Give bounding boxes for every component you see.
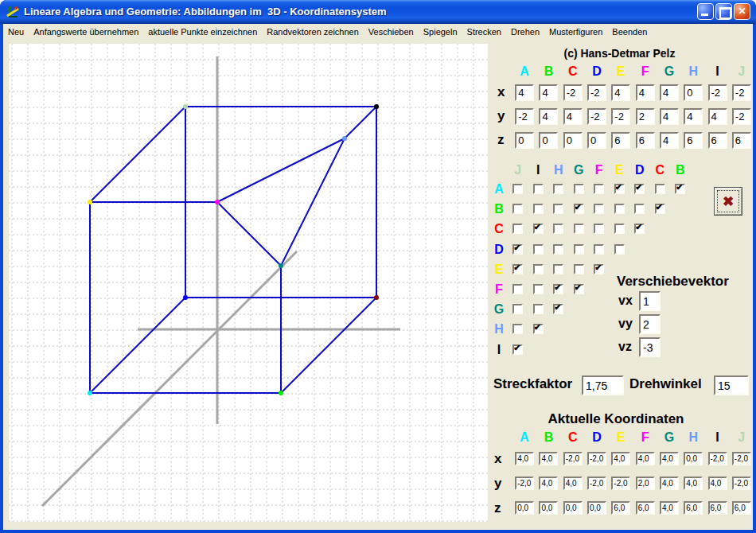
connection-checkbox-E-J[interactable]: ✔ [512, 264, 523, 274]
menu-item-4[interactable]: Veschieben [364, 27, 419, 37]
coordinate-cell-x-G[interactable] [660, 84, 679, 101]
coordinate-cell-x-F[interactable] [636, 84, 655, 101]
coordinate-cell-z-H[interactable] [684, 132, 703, 149]
coordinate-cell-y-C[interactable] [563, 108, 583, 125]
menu-item-0[interactable]: Neu [3, 27, 29, 37]
connection-checkbox-B-G[interactable]: ✔ [574, 204, 584, 214]
connection-checkbox-C-E[interactable] [614, 224, 625, 234]
connection-checkbox-E-G[interactable] [574, 264, 584, 274]
coordinate-cell-z-F[interactable] [636, 132, 655, 149]
coordinate-cell-x-A[interactable] [515, 452, 534, 465]
connection-checkbox-A-B[interactable]: ✔ [675, 184, 685, 194]
coordinate-cell-x-D[interactable] [587, 452, 606, 465]
menu-item-6[interactable]: Strecken [462, 27, 506, 37]
vy-field[interactable] [639, 314, 661, 334]
connection-checkbox-H-J[interactable] [512, 324, 523, 334]
connection-checkbox-E-F[interactable]: ✔ [594, 264, 604, 274]
connection-checkbox-C-D[interactable]: ✔ [634, 224, 645, 234]
coordinate-cell-z-J[interactable] [732, 132, 751, 149]
connection-checkbox-E-H[interactable] [553, 264, 563, 274]
connection-checkbox-B-D[interactable] [634, 204, 645, 214]
coordinate-cell-x-G[interactable] [660, 452, 679, 465]
coordinate-cell-x-J[interactable] [732, 452, 751, 465]
maximize-button[interactable] [715, 3, 732, 20]
coordinate-cell-x-I[interactable] [708, 84, 727, 101]
connection-checkbox-B-C[interactable]: ✔ [655, 204, 665, 214]
connection-checkbox-H-I[interactable]: ✔ [533, 324, 544, 334]
coordinate-cell-x-B[interactable] [539, 84, 558, 101]
connection-checkbox-B-I[interactable] [533, 204, 544, 214]
coordinate-cell-z-B[interactable] [539, 501, 558, 515]
connection-checkbox-D-F[interactable] [594, 244, 604, 255]
coordinate-cell-z-A[interactable] [515, 132, 534, 149]
connection-checkbox-C-F[interactable] [594, 224, 604, 234]
coordinate-cell-z-J[interactable] [732, 501, 751, 515]
coordinate-cell-z-F[interactable] [636, 501, 655, 515]
coordinate-cell-z-C[interactable] [563, 132, 583, 149]
menu-item-5[interactable]: Spiegeln [419, 27, 462, 37]
connection-checkbox-D-G[interactable] [574, 244, 584, 255]
coordinate-cell-y-H[interactable] [684, 108, 703, 125]
coordinate-cell-y-A[interactable] [515, 477, 534, 490]
coordinate-cell-x-H[interactable] [684, 452, 703, 465]
drehwinkel-field[interactable] [714, 375, 749, 395]
connection-checkbox-E-I[interactable] [533, 264, 544, 274]
vz-field[interactable] [639, 337, 661, 357]
connection-checkbox-B-J[interactable] [512, 204, 523, 214]
coordinate-cell-y-D[interactable] [587, 477, 606, 490]
coordinate-cell-z-G[interactable] [660, 501, 679, 515]
connection-checkbox-F-H[interactable]: ✔ [553, 284, 563, 294]
connection-checkbox-F-J[interactable] [512, 284, 523, 294]
connection-checkbox-D-J[interactable]: ✔ [512, 244, 523, 255]
connection-checkbox-B-F[interactable] [594, 204, 604, 214]
coordinate-cell-x-B[interactable] [539, 452, 558, 465]
coordinate-cell-x-C[interactable] [563, 84, 583, 101]
coordinate-cell-y-D[interactable] [587, 108, 606, 125]
coordinate-cell-y-E[interactable] [611, 477, 630, 490]
coordinate-cell-y-J[interactable] [732, 477, 751, 490]
connection-checkbox-A-D[interactable]: ✔ [634, 184, 645, 194]
menu-item-2[interactable]: aktuelle Punkte einzeichnen [143, 27, 262, 37]
connection-checkbox-C-I[interactable]: ✔ [533, 224, 544, 234]
connection-checkbox-D-I[interactable] [533, 244, 544, 255]
coordinate-cell-y-F[interactable] [636, 108, 655, 125]
coordinate-cell-x-E[interactable] [611, 452, 630, 465]
coordinate-cell-y-H[interactable] [684, 477, 703, 490]
coordinate-cell-x-H[interactable] [684, 84, 703, 101]
coordinate-cell-y-E[interactable] [611, 108, 630, 125]
connection-checkbox-C-J[interactable] [512, 224, 523, 234]
coordinate-cell-y-A[interactable] [515, 108, 534, 125]
coordinate-cell-x-C[interactable] [563, 452, 583, 465]
connection-checkbox-C-H[interactable] [553, 224, 563, 234]
coordinate-cell-z-H[interactable] [684, 501, 703, 515]
coordinate-cell-x-J[interactable] [732, 84, 751, 101]
menu-item-8[interactable]: Musterfiguren [544, 27, 607, 37]
coordinate-cell-x-A[interactable] [515, 84, 534, 101]
connection-checkbox-A-I[interactable] [533, 184, 544, 194]
coordinate-cell-y-G[interactable] [660, 108, 679, 125]
coordinate-cell-y-I[interactable] [708, 477, 727, 490]
connection-checkbox-A-C[interactable] [655, 184, 665, 194]
connection-checkbox-A-E[interactable]: ✔ [614, 184, 625, 194]
connection-checkbox-A-G[interactable] [574, 184, 584, 194]
coordinate-cell-z-I[interactable] [708, 132, 727, 149]
coordinate-cell-z-D[interactable] [587, 132, 606, 149]
coordinate-cell-x-D[interactable] [587, 84, 606, 101]
connection-checkbox-G-J[interactable] [512, 304, 523, 314]
minimize-button[interactable] [697, 3, 714, 20]
connection-checkbox-D-H[interactable] [553, 244, 563, 255]
connection-checkbox-B-E[interactable] [614, 204, 625, 214]
connection-checkbox-F-I[interactable] [533, 284, 544, 294]
menu-item-1[interactable]: Anfangswerte übernehmen [29, 27, 143, 37]
clear-connections-button[interactable]: ✖ [714, 187, 742, 216]
coordinate-cell-x-I[interactable] [708, 452, 727, 465]
coordinate-cell-z-E[interactable] [611, 501, 630, 515]
coordinate-cell-y-B[interactable] [539, 108, 558, 125]
coordinate-cell-y-I[interactable] [708, 108, 727, 125]
coordinate-cell-z-C[interactable] [563, 501, 583, 515]
drawing-canvas[interactable] [9, 44, 488, 522]
coordinate-cell-z-B[interactable] [539, 132, 558, 149]
menu-item-9[interactable]: Beenden [607, 27, 652, 37]
coordinate-cell-y-B[interactable] [539, 477, 558, 490]
connection-checkbox-C-G[interactable] [574, 224, 584, 234]
